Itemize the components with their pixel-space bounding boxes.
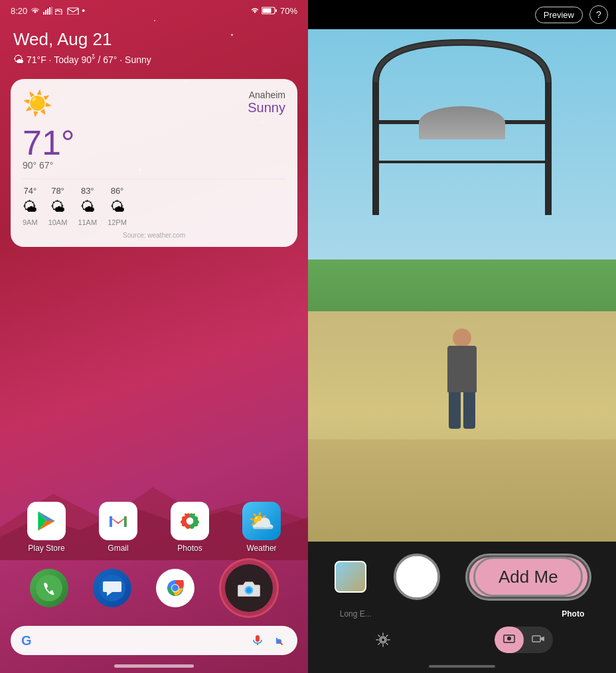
playstore-icon — [27, 502, 66, 540]
microphone-icon[interactable] — [250, 633, 266, 648]
camera-ring — [219, 558, 279, 618]
svg-point-23 — [246, 587, 252, 593]
cast-icon — [55, 7, 64, 15]
status-bar: 8:20 • — [0, 0, 308, 19]
forecast-temp-0: 74° — [23, 186, 37, 196]
photo-mode-btn[interactable] — [495, 627, 524, 653]
phone-icon — [30, 569, 68, 607]
signal-icon — [43, 7, 52, 15]
forecast-temp-3: 86° — [111, 186, 124, 196]
forecast-time-1: 10AM — [48, 218, 68, 226]
forecast-icon-1: 🌤 — [50, 198, 65, 216]
right-home-indicator — [429, 665, 495, 668]
app-playstore[interactable]: Play Store — [27, 502, 66, 553]
forecast-icon-3: 🌤 — [110, 198, 125, 216]
bottom-app-row — [11, 558, 297, 621]
weather-summary-text: 71°F · Today 90° / 67° · Sunny — [27, 54, 151, 65]
photos-label: Photos — [177, 544, 202, 553]
svg-rect-25 — [256, 635, 260, 642]
video-mode-btn[interactable] — [524, 627, 553, 653]
widget-current-temp: 71° — [23, 123, 285, 163]
svg-rect-26 — [257, 643, 258, 645]
app-photos[interactable]: Photos — [171, 502, 209, 553]
forecast-item-1: 78° 🌤 10AM — [48, 186, 68, 226]
forecast-item-3: 86° 🌤 12PM — [108, 186, 127, 226]
weather-widget[interactable]: ☀️ Anaheim Sunny 71° 90° 67° 74° 🌤 9AM 7… — [11, 79, 297, 247]
app-phone[interactable] — [30, 569, 68, 607]
camera-header: Preview ? — [308, 0, 616, 29]
search-bar[interactable]: G — [11, 626, 297, 655]
widget-location: Anaheim Sunny — [248, 90, 285, 115]
lens-icon[interactable] — [271, 633, 287, 648]
svg-point-32 — [507, 636, 511, 640]
app-camera[interactable] — [219, 558, 279, 618]
forecast-time-0: 9AM — [23, 218, 38, 226]
help-button[interactable]: ? — [589, 5, 608, 24]
forecast-time-2: 11AM — [78, 218, 97, 226]
svg-point-15 — [187, 518, 194, 525]
app-messages[interactable] — [93, 569, 131, 607]
svg-rect-12 — [110, 516, 112, 527]
wifi-icon — [30, 7, 40, 15]
playstore-label: Play Store — [28, 544, 64, 553]
gmail-label: Gmail — [108, 544, 128, 553]
messages-icon — [93, 569, 131, 607]
app-chrome[interactable] — [156, 569, 194, 607]
widget-sun-icon: ☀️ — [23, 90, 52, 117]
forecast-icon-0: 🌤 — [23, 198, 37, 216]
forecast-temp-1: 78° — [51, 186, 64, 196]
widget-forecast: 74° 🌤 9AM 78° 🌤 10AM 83° 🌤 11AM 86° 🌤 12… — [23, 179, 285, 226]
settings-icon[interactable] — [371, 628, 395, 652]
widget-condition: Sunny — [248, 100, 285, 115]
widget-city: Anaheim — [248, 90, 285, 100]
svg-point-30 — [381, 638, 385, 642]
date-weather-section: Wed, Aug 21 🌤 71°F · Today 90° / 67° · S… — [0, 19, 308, 71]
preview-button[interactable]: Preview — [535, 7, 583, 23]
svg-point-6 — [55, 13, 56, 15]
app-weather[interactable]: ⛅ Weather — [242, 502, 281, 553]
email-icon — [67, 7, 79, 15]
photo-video-toggle[interactable] — [495, 627, 553, 653]
svg-rect-0 — [43, 12, 44, 15]
status-right: 70% — [251, 6, 297, 16]
battery-icon — [262, 7, 277, 15]
photo-background — [308, 29, 616, 542]
svg-rect-2 — [47, 9, 48, 15]
home-indicator — [114, 664, 194, 668]
weather-label: Weather — [246, 544, 276, 553]
battery-percent: 70% — [280, 6, 297, 16]
widget-source: Source: weather.com — [23, 232, 285, 239]
app-row-1: Play Store Gmail — [11, 502, 297, 553]
chrome-icon — [156, 569, 194, 607]
camera-extras — [308, 623, 616, 657]
status-left: 8:20 • — [11, 5, 85, 16]
forecast-temp-2: 83° — [81, 186, 94, 196]
add-me-button[interactable]: Add Me — [467, 556, 589, 599]
camera-main-controls: Add Me — [308, 548, 616, 605]
left-panel: 8:20 • — [0, 0, 308, 673]
notification-dot: • — [82, 5, 85, 16]
gazebo-roof — [419, 106, 505, 139]
forecast-time-3: 12PM — [108, 218, 127, 226]
camera-viewfinder — [308, 29, 616, 542]
svg-rect-9 — [275, 9, 277, 12]
app-gmail[interactable]: Gmail — [99, 502, 137, 553]
mode-long-exposure: Long E... — [340, 609, 372, 619]
svg-rect-4 — [51, 7, 52, 15]
weather-icon: ⛅ — [242, 502, 281, 540]
shutter-button[interactable] — [394, 554, 440, 600]
sun-emoji: 🌤 — [13, 54, 24, 66]
camera-mode-bar: Long E... Photo — [308, 605, 616, 623]
gmail-icon — [99, 502, 137, 540]
forecast-icon-2: 🌤 — [80, 198, 95, 216]
svg-rect-1 — [45, 10, 46, 15]
svg-point-16 — [36, 575, 62, 601]
svg-rect-3 — [49, 7, 50, 15]
camera-icon-bg — [225, 564, 273, 612]
ground — [308, 439, 616, 542]
thumbnail-preview[interactable] — [335, 561, 366, 593]
google-logo: G — [21, 633, 32, 648]
right-panel: Preview ? — [308, 0, 616, 673]
forecast-item-2: 83° 🌤 11AM — [78, 186, 97, 226]
weather-summary: 🌤 71°F · Today 90° / 67° · Sunny — [13, 54, 295, 66]
